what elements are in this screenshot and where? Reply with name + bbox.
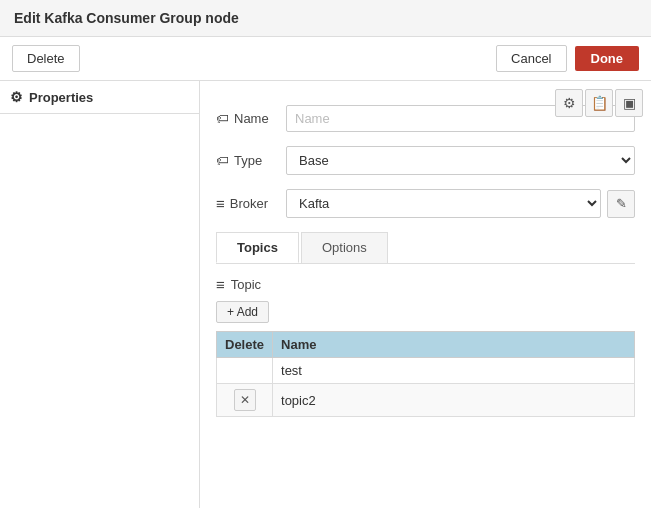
tag-icon-type: 🏷 (216, 153, 229, 168)
type-select-wrapper: Base Advanced (286, 146, 635, 175)
properties-label: Properties (29, 90, 93, 105)
properties-header: ⚙ Properties (0, 81, 199, 114)
topic-section-label: ≡ Topic (216, 276, 635, 293)
add-topic-button[interactable]: + Add (216, 301, 269, 323)
top-icons: ⚙ 📋 ▣ (555, 89, 643, 117)
name-label: 🏷 Name (216, 111, 286, 126)
broker-row: ≡ Broker Kafta ✎ (216, 189, 635, 218)
row-delete-button-2[interactable]: ✕ (234, 389, 256, 411)
toolbar: Delete Cancel Done (0, 37, 651, 81)
toolbar-right: Cancel Done (496, 45, 639, 72)
tab-topics[interactable]: Topics (216, 232, 299, 263)
page-title: Edit Kafka Consumer Group node (14, 10, 239, 26)
done-button[interactable]: Done (575, 46, 640, 71)
broker-select[interactable]: Kafta (286, 189, 601, 218)
content-area: ⚙ Properties ⚙ 📋 ▣ 🏷 Name 🏷 Type (0, 81, 651, 508)
type-row: 🏷 Type Base Advanced (216, 146, 635, 175)
delete-cell-2: ✕ (217, 384, 273, 417)
delete-button[interactable]: Delete (12, 45, 80, 72)
topics-table: Delete Name test ✕ topic2 (216, 331, 635, 417)
cancel-button[interactable]: Cancel (496, 45, 566, 72)
screen-icon-button[interactable]: ▣ (615, 89, 643, 117)
main-panel: ⚙ 📋 ▣ 🏷 Name 🏷 Type Base Advanced (200, 81, 651, 508)
title-bar: Edit Kafka Consumer Group node (0, 0, 651, 37)
document-icon-button[interactable]: 📋 (585, 89, 613, 117)
tag-icon: 🏷 (216, 111, 229, 126)
left-panel: ⚙ Properties (0, 81, 200, 508)
col-header-name: Name (273, 332, 635, 358)
gear-icon: ⚙ (10, 89, 23, 105)
type-select[interactable]: Base Advanced (286, 146, 635, 175)
col-header-delete: Delete (217, 332, 273, 358)
topic-name-2: topic2 (273, 384, 635, 417)
broker-select-wrapper: Kafta ✎ (286, 189, 635, 218)
type-label: 🏷 Type (216, 153, 286, 168)
topic-name-1: test (273, 358, 635, 384)
delete-cell-1 (217, 358, 273, 384)
list-icon: ≡ (216, 195, 225, 212)
table-row: test (217, 358, 635, 384)
broker-edit-button[interactable]: ✎ (607, 190, 635, 218)
table-row: ✕ topic2 (217, 384, 635, 417)
tabs-row: Topics Options (216, 232, 635, 264)
settings-icon-button[interactable]: ⚙ (555, 89, 583, 117)
list-icon-topic: ≡ (216, 276, 225, 293)
broker-label: ≡ Broker (216, 195, 286, 212)
tab-options[interactable]: Options (301, 232, 388, 263)
